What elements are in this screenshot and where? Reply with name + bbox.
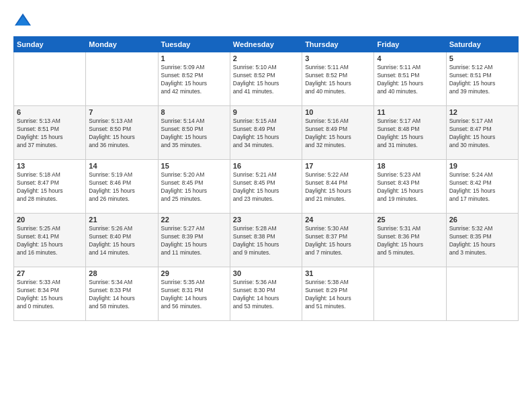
logo (13, 11, 35, 30)
day-info: Sunrise: 5:31 AM Sunset: 8:36 PM Dayligh… (377, 225, 443, 257)
calendar-cell: 11Sunrise: 5:17 AM Sunset: 8:48 PM Dayli… (374, 106, 446, 160)
day-info: Sunrise: 5:19 AM Sunset: 8:46 PM Dayligh… (89, 171, 154, 203)
calendar-cell: 14Sunrise: 5:19 AM Sunset: 8:46 PM Dayli… (86, 160, 158, 214)
calendar-cell: 21Sunrise: 5:26 AM Sunset: 8:40 PM Dayli… (86, 214, 158, 267)
day-header-thursday: Thursday (302, 37, 374, 52)
calendar-cell: 23Sunrise: 5:28 AM Sunset: 8:38 PM Dayli… (230, 214, 302, 267)
day-number: 7 (89, 108, 154, 116)
day-info: Sunrise: 5:33 AM Sunset: 8:34 PM Dayligh… (17, 279, 83, 311)
day-header-friday: Friday (374, 37, 446, 52)
day-info: Sunrise: 5:28 AM Sunset: 8:38 PM Dayligh… (233, 225, 299, 257)
day-info: Sunrise: 5:34 AM Sunset: 8:33 PM Dayligh… (89, 279, 154, 311)
day-number: 1 (161, 54, 227, 62)
day-info: Sunrise: 5:35 AM Sunset: 8:31 PM Dayligh… (161, 279, 227, 311)
page: SundayMondayTuesdayWednesdayThursdayFrid… (0, 0, 532, 411)
day-number: 3 (305, 54, 371, 62)
day-info: Sunrise: 5:32 AM Sunset: 8:35 PM Dayligh… (449, 225, 515, 257)
calendar-cell (374, 267, 446, 321)
day-number: 31 (305, 269, 371, 277)
day-number: 17 (305, 162, 371, 170)
calendar-cell: 2Sunrise: 5:10 AM Sunset: 8:52 PM Daylig… (230, 52, 302, 106)
day-info: Sunrise: 5:17 AM Sunset: 8:48 PM Dayligh… (377, 118, 443, 150)
day-info: Sunrise: 5:12 AM Sunset: 8:51 PM Dayligh… (449, 64, 515, 96)
day-info: Sunrise: 5:24 AM Sunset: 8:42 PM Dayligh… (449, 171, 515, 203)
day-info: Sunrise: 5:11 AM Sunset: 8:51 PM Dayligh… (377, 64, 443, 96)
week-row-1: 1Sunrise: 5:09 AM Sunset: 8:52 PM Daylig… (14, 52, 519, 106)
day-info: Sunrise: 5:22 AM Sunset: 8:44 PM Dayligh… (305, 171, 371, 203)
day-number: 9 (233, 108, 299, 116)
day-info: Sunrise: 5:17 AM Sunset: 8:47 PM Dayligh… (449, 118, 515, 150)
day-header-saturday: Saturday (446, 37, 518, 52)
calendar-cell: 19Sunrise: 5:24 AM Sunset: 8:42 PM Dayli… (446, 160, 518, 214)
day-number: 16 (233, 162, 299, 170)
day-number: 13 (17, 162, 83, 170)
day-number: 28 (89, 269, 154, 277)
week-row-5: 27Sunrise: 5:33 AM Sunset: 8:34 PM Dayli… (14, 267, 519, 321)
day-header-tuesday: Tuesday (158, 37, 230, 52)
day-info: Sunrise: 5:11 AM Sunset: 8:52 PM Dayligh… (305, 64, 371, 96)
day-number: 27 (17, 269, 83, 277)
day-info: Sunrise: 5:14 AM Sunset: 8:50 PM Dayligh… (161, 118, 227, 150)
day-info: Sunrise: 5:10 AM Sunset: 8:52 PM Dayligh… (233, 64, 299, 96)
calendar-cell: 25Sunrise: 5:31 AM Sunset: 8:36 PM Dayli… (374, 214, 446, 267)
day-info: Sunrise: 5:16 AM Sunset: 8:49 PM Dayligh… (305, 118, 371, 150)
calendar-cell: 9Sunrise: 5:15 AM Sunset: 8:49 PM Daylig… (230, 106, 302, 160)
day-number: 22 (161, 216, 227, 224)
day-number: 5 (449, 54, 515, 62)
calendar-cell: 16Sunrise: 5:21 AM Sunset: 8:45 PM Dayli… (230, 160, 302, 214)
header-row: SundayMondayTuesdayWednesdayThursdayFrid… (14, 37, 519, 52)
day-header-wednesday: Wednesday (230, 37, 302, 52)
calendar-header: SundayMondayTuesdayWednesdayThursdayFrid… (14, 37, 519, 52)
day-info: Sunrise: 5:09 AM Sunset: 8:52 PM Dayligh… (161, 64, 227, 96)
day-number: 11 (377, 108, 443, 116)
day-info: Sunrise: 5:20 AM Sunset: 8:45 PM Dayligh… (161, 171, 227, 203)
calendar-cell: 3Sunrise: 5:11 AM Sunset: 8:52 PM Daylig… (302, 52, 374, 106)
calendar-cell: 17Sunrise: 5:22 AM Sunset: 8:44 PM Dayli… (302, 160, 374, 214)
calendar-body: 1Sunrise: 5:09 AM Sunset: 8:52 PM Daylig… (14, 52, 519, 321)
day-info: Sunrise: 5:21 AM Sunset: 8:45 PM Dayligh… (233, 171, 299, 203)
day-info: Sunrise: 5:13 AM Sunset: 8:50 PM Dayligh… (89, 118, 154, 150)
day-number: 18 (377, 162, 443, 170)
day-info: Sunrise: 5:30 AM Sunset: 8:37 PM Dayligh… (305, 225, 371, 257)
day-number: 30 (233, 269, 299, 277)
day-info: Sunrise: 5:26 AM Sunset: 8:40 PM Dayligh… (89, 225, 154, 257)
day-info: Sunrise: 5:15 AM Sunset: 8:49 PM Dayligh… (233, 118, 299, 150)
calendar-cell: 5Sunrise: 5:12 AM Sunset: 8:51 PM Daylig… (446, 52, 518, 106)
header (13, 11, 519, 30)
day-number: 6 (17, 108, 83, 116)
calendar-cell (446, 267, 518, 321)
calendar-cell: 24Sunrise: 5:30 AM Sunset: 8:37 PM Dayli… (302, 214, 374, 267)
calendar-cell: 1Sunrise: 5:09 AM Sunset: 8:52 PM Daylig… (158, 52, 230, 106)
day-number: 29 (161, 269, 227, 277)
day-number: 25 (377, 216, 443, 224)
calendar-cell: 8Sunrise: 5:14 AM Sunset: 8:50 PM Daylig… (158, 106, 230, 160)
week-row-4: 20Sunrise: 5:25 AM Sunset: 8:41 PM Dayli… (14, 214, 519, 267)
calendar-cell: 29Sunrise: 5:35 AM Sunset: 8:31 PM Dayli… (158, 267, 230, 321)
day-number: 26 (449, 216, 515, 224)
day-info: Sunrise: 5:13 AM Sunset: 8:51 PM Dayligh… (17, 118, 83, 150)
day-number: 10 (305, 108, 371, 116)
calendar-table: SundayMondayTuesdayWednesdayThursdayFrid… (13, 36, 519, 321)
day-number: 15 (161, 162, 227, 170)
day-info: Sunrise: 5:25 AM Sunset: 8:41 PM Dayligh… (17, 225, 83, 257)
day-number: 23 (233, 216, 299, 224)
day-number: 8 (161, 108, 227, 116)
day-number: 19 (449, 162, 515, 170)
calendar-cell (14, 52, 86, 106)
day-number: 2 (233, 54, 299, 62)
day-info: Sunrise: 5:18 AM Sunset: 8:47 PM Dayligh… (17, 171, 83, 203)
calendar-cell: 27Sunrise: 5:33 AM Sunset: 8:34 PM Dayli… (14, 267, 86, 321)
calendar-cell: 31Sunrise: 5:38 AM Sunset: 8:29 PM Dayli… (302, 267, 374, 321)
calendar-cell: 28Sunrise: 5:34 AM Sunset: 8:33 PM Dayli… (86, 267, 158, 321)
calendar-cell: 26Sunrise: 5:32 AM Sunset: 8:35 PM Dayli… (446, 214, 518, 267)
calendar-cell: 22Sunrise: 5:27 AM Sunset: 8:39 PM Dayli… (158, 214, 230, 267)
day-info: Sunrise: 5:27 AM Sunset: 8:39 PM Dayligh… (161, 225, 227, 257)
day-header-sunday: Sunday (14, 37, 86, 52)
logo-icon (13, 11, 32, 30)
day-info: Sunrise: 5:23 AM Sunset: 8:43 PM Dayligh… (377, 171, 443, 203)
calendar-cell: 10Sunrise: 5:16 AM Sunset: 8:49 PM Dayli… (302, 106, 374, 160)
day-number: 20 (17, 216, 83, 224)
day-header-monday: Monday (86, 37, 158, 52)
week-row-2: 6Sunrise: 5:13 AM Sunset: 8:51 PM Daylig… (14, 106, 519, 160)
calendar-cell: 13Sunrise: 5:18 AM Sunset: 8:47 PM Dayli… (14, 160, 86, 214)
